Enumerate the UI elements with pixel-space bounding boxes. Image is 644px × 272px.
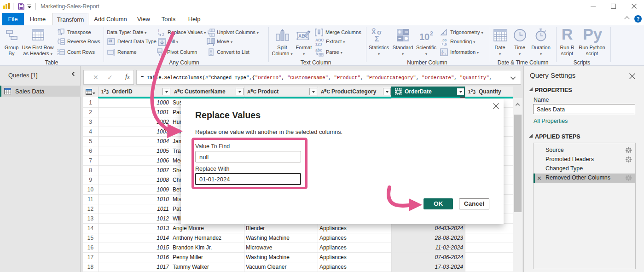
svg-text:2: 2 [162,32,164,36]
svg-text:.00: .00 [441,38,447,42]
svg-text:X̄: X̄ [371,28,376,35]
svg-text:1: 1 [157,29,160,33]
svg-text:123: 123 [315,42,322,46]
svg-text:10: 10 [419,32,429,42]
svg-text:Σ: Σ [375,35,379,42]
svg-text:2: 2 [57,52,59,56]
svg-text:?: ? [109,40,111,43]
svg-text:1: 1 [57,49,59,52]
svg-text:2: 2 [430,30,433,37]
svg-text:3: 3 [441,52,443,56]
svg-text:1: 1 [441,49,443,52]
svg-text:.0: .0 [444,42,447,46]
svg-text:abc: abc [315,48,322,52]
